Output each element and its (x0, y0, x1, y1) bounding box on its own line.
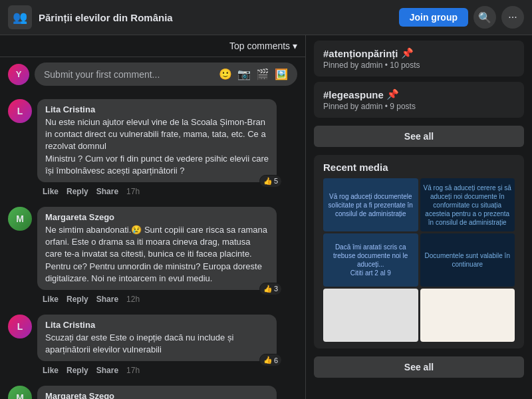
comment-placeholder: Submit your first comment... (44, 69, 160, 80)
comment-author: Margareta Szego (45, 212, 269, 222)
share-button[interactable]: Share (96, 295, 118, 304)
share-button[interactable]: Share (96, 187, 118, 196)
pinned-section-1: #atenționpărinți 📌 Pinned by admin • 10 … (314, 41, 524, 76)
pinned-tag-1[interactable]: #atenționpărinți 📌 (323, 47, 515, 59)
search-button[interactable]: 🔍 (473, 6, 496, 29)
comment-reaction: 👍 5 (259, 175, 282, 188)
hashtag-label: #legeaspune (323, 89, 384, 100)
media-thumb[interactable] (420, 289, 515, 342)
avatar: L (8, 315, 32, 338)
comment-author: Lita Cristina (45, 320, 269, 330)
camera-icon[interactable]: 📷 (237, 68, 251, 80)
reply-button[interactable]: Reply (66, 366, 88, 375)
media-thumb[interactable]: Dacă îmi aratati scris ca trebuse docume… (323, 233, 418, 287)
comment-text: Nu este niciun ajutor elevul vine de la … (45, 116, 269, 177)
comment-bubble: Lita Cristina Nu este niciun ajutor elev… (37, 99, 277, 182)
like-button[interactable]: Like (43, 187, 59, 196)
recent-media-section: Recent media Vă rog aduceți documentele … (314, 155, 524, 348)
emoji-icon[interactable]: 🙂 (219, 68, 232, 80)
reply-button[interactable]: Reply (66, 187, 88, 196)
comment-time: 12h (126, 295, 140, 304)
comment-time: 17h (126, 366, 140, 375)
pinned-tag-2[interactable]: #legeaspune 📌 (323, 88, 515, 100)
media-thumb[interactable]: Documentele sunt valabile în continuare (420, 233, 515, 287)
media-thumb[interactable]: Vă rog aduceți documentele solicitate pt… (323, 178, 418, 231)
comment-time: 17h (126, 187, 140, 196)
pin-icon: 📌 (386, 88, 399, 100)
current-user-avatar: Y (8, 64, 29, 85)
main-content: Top comments ▾ Y Submit your first comme… (0, 35, 532, 399)
media-grid: Vă rog aduceți documentele solicitate pt… (323, 178, 515, 342)
pin-icon: 📌 (401, 47, 414, 59)
video-icon[interactable]: 🎬 (256, 68, 269, 80)
like-button[interactable]: Like (43, 295, 59, 304)
comment-actions: Like Reply Share 17h (37, 366, 277, 375)
comment-reaction: 👍 3 (259, 283, 282, 295)
see-all-pinned-button[interactable]: See all (314, 126, 524, 147)
pinned-section-2: #legeaspune 📌 Pinned by admin • 9 posts (314, 82, 524, 118)
input-icons: 🙂 📷 🎬 🖼️ (219, 68, 288, 80)
comment-input-row: Y Submit your first comment... 🙂 📷 🎬 🖼️ (0, 57, 305, 91)
header-left: 👥 Părinții elevilor din România (8, 5, 399, 29)
comment-bubble: Margareta Szego Eu am trimis cateva mesa… (37, 386, 277, 399)
avatar: L (8, 99, 32, 123)
reaction-count: 5 (274, 177, 278, 185)
comment-reaction: 👍 6 (259, 354, 282, 366)
comment-actions: Like Reply Share 12h (37, 295, 277, 304)
reaction-count: 3 (274, 285, 278, 293)
table-row: L Lita Cristina Scuzați dar este Este o … (0, 309, 305, 380)
comments-panel: Top comments ▾ Y Submit your first comme… (0, 35, 306, 399)
comment-author: Margareta Szego (45, 391, 269, 399)
more-options-button[interactable]: ··· (501, 6, 524, 29)
pinned-meta-2: Pinned by admin • 9 posts (323, 102, 515, 111)
media-thumb[interactable] (323, 289, 418, 342)
image-icon[interactable]: 🖼️ (275, 68, 288, 80)
right-panel: #atenționpărinți 📌 Pinned by admin • 10 … (306, 35, 532, 399)
share-button[interactable]: Share (96, 366, 118, 375)
comment-text: Scuzați dar este Este o inepție dacă nu … (45, 332, 269, 356)
hashtag-label: #atenționpărinți (323, 48, 398, 59)
group-name: Părinții elevilor din România (39, 12, 173, 23)
group-icon: 👥 (8, 5, 32, 29)
comments-list: L Lita Cristina Nu este niciun ajutor el… (0, 91, 305, 399)
comment-bubble: Margareta Szego Ne simtim abandonati.😢 S… (37, 207, 277, 290)
comment-text: Ne simtim abandonati.😢 Sunt copiii care … (45, 224, 269, 285)
table-row: M Margareta Szego Ne simtim abandonati.😢… (0, 201, 305, 309)
header: 👥 Părinții elevilor din România Join gro… (0, 0, 532, 35)
comment-input[interactable]: Submit your first comment... 🙂 📷 🎬 🖼️ (35, 63, 297, 86)
media-thumb[interactable]: Vă rog să aduceți cerere și să aduceți n… (420, 178, 515, 231)
comments-header: Top comments ▾ (0, 35, 305, 57)
comment-bubble: Lita Cristina Scuzați dar este Este o in… (37, 315, 277, 361)
comment-actions: Like Reply Share 17h (37, 187, 277, 196)
comment-author: Lita Cristina (45, 104, 269, 114)
pinned-meta-1: Pinned by admin • 10 posts (323, 61, 515, 70)
table-row: M Margareta Szego Eu am trimis cateva me… (0, 380, 305, 399)
join-group-button[interactable]: Join group (399, 8, 468, 27)
see-all-media-button[interactable]: See all (314, 356, 524, 378)
recent-media-title: Recent media (323, 162, 515, 173)
avatar: M (8, 386, 32, 399)
reply-button[interactable]: Reply (66, 295, 88, 304)
avatar: M (8, 207, 32, 231)
reaction-count: 6 (274, 356, 278, 364)
table-row: L Lita Cristina Nu este niciun ajutor el… (0, 94, 305, 201)
sort-comments-button[interactable]: Top comments ▾ (229, 41, 297, 51)
like-button[interactable]: Like (43, 366, 59, 375)
header-actions: Join group 🔍 ··· (399, 6, 524, 29)
